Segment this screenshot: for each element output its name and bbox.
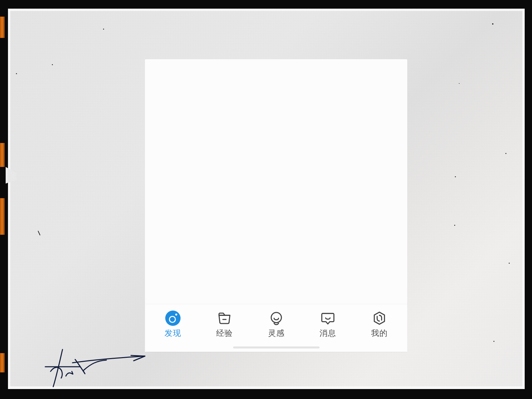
paper-inner-edge [8,386,525,389]
tab-label: 我的 [371,329,388,337]
hex-icon [372,311,387,326]
tab-inspiration[interactable]: 灵感 [262,311,290,337]
film-border-top [0,0,532,9]
tab-label: 经验 [216,329,233,337]
film-frame: 发现 经验 [0,0,532,399]
dust-speck [103,29,104,30]
film-border-right [525,0,532,399]
home-indicator [233,346,320,348]
svg-point-0 [271,313,281,323]
paper-inner-edge [8,9,10,389]
folder-icon [217,311,232,326]
dust-speck [509,263,510,264]
paper-torn-notch [6,167,17,184]
dust-speck [459,83,460,84]
tab-label: 发现 [165,329,181,337]
tab-mine[interactable]: 我的 [365,311,393,337]
tab-experience[interactable]: 经验 [210,311,238,337]
film-border-bottom [0,389,532,399]
film-sprocket-mark [0,17,5,38]
dust-speck [492,23,493,25]
app-content-empty [145,59,407,304]
discover-icon [165,311,181,326]
tab-messages[interactable]: 消息 [314,311,342,337]
dust-speck [505,153,506,154]
dust-speck [52,64,53,65]
film-sprocket-mark [0,143,5,167]
app-screen: 发现 经验 [145,59,407,352]
message-icon [320,311,335,326]
dust-speck [455,176,456,177]
film-sprocket-mark [0,353,5,372]
tab-label: 消息 [320,329,336,337]
paper-inner-edge [522,9,525,389]
film-sprocket-mark [0,198,5,235]
paper-inner-edge [8,9,525,11]
dust-speck [493,341,494,342]
face-icon [269,311,284,326]
tab-discover[interactable]: 发现 [159,311,187,337]
dust-scratch [38,231,40,235]
tab-label: 灵感 [268,329,285,337]
bottom-tabbar: 发现 经验 [145,304,407,352]
dust-speck [16,73,17,74]
handwritten-signature [43,347,153,387]
dust-speck [454,225,455,226]
